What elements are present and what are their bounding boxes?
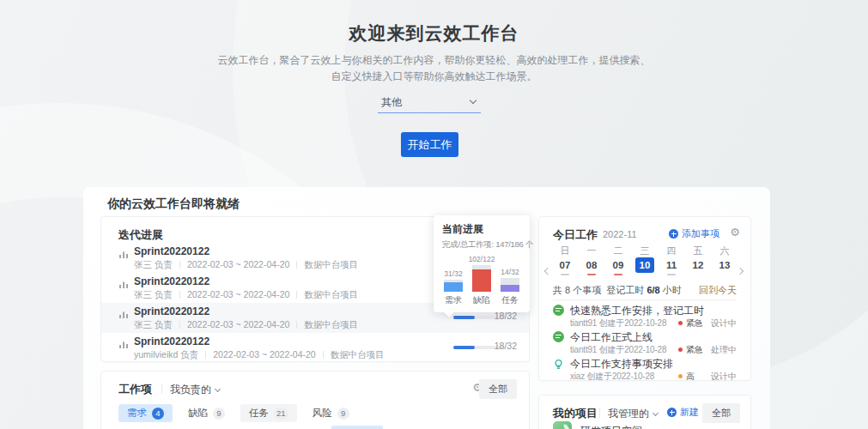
welcome-description: 云效工作台，聚合了云效上与你相关的工作内容，帮助你更轻松、高效的处理工作，提供搜… <box>0 53 868 68</box>
today-summary: 共 8 个事项 登记工时 6/8 小时 <box>553 284 682 297</box>
sprint-name[interactable]: Sprint20220122 <box>134 275 209 287</box>
today-item[interactable]: 今日工作正式上线 tiantt91 创建于2022-10-28 紧急 处理中 <box>539 330 750 356</box>
date-cell[interactable]: 07 <box>555 257 575 275</box>
tab-defects[interactable]: 缺陷9 <box>179 404 234 422</box>
project-name: 研发项目空间 <box>580 424 642 429</box>
projects-filter-dropdown[interactable]: 我管理的 <box>608 407 658 421</box>
date-cell[interactable]: 12 <box>688 257 708 275</box>
status-label: 设计中 <box>711 317 737 329</box>
today-item-meta: tiantt91 创建于2022-10-28 <box>570 344 666 356</box>
date-mark <box>667 274 676 275</box>
date-mark <box>587 274 596 275</box>
category-select-value: 其他 <box>381 95 402 110</box>
sprint-icon <box>118 278 129 293</box>
project-row[interactable]: 研发项目空间 <box>553 421 642 429</box>
calendar-month-label: 2022-11 <box>603 229 637 239</box>
chart-bar-tasks: 14/32 任务 <box>499 268 521 306</box>
today-item-title[interactable]: 快速熟悉工作安排，登记工时 <box>570 304 704 318</box>
task-icon <box>553 331 564 342</box>
new-project-button[interactable]: 新建 <box>667 406 699 419</box>
date-cell[interactable]: 11 <box>661 257 682 275</box>
tab-count-badge: 9 <box>337 408 349 420</box>
priority-dot <box>678 347 683 352</box>
date-mark <box>561 274 569 275</box>
gear-icon[interactable]: ⚙ <box>730 227 740 238</box>
tab-requirements[interactable]: 需求4 <box>118 404 173 422</box>
lightbulb-icon <box>553 358 564 373</box>
priority-dot <box>678 321 683 325</box>
workbench-preview-panel: 你的云效工作台即将就绪 迭代进展 Sprint20220122 张三 负责202… <box>83 187 770 429</box>
divider <box>599 408 600 418</box>
today-item[interactable]: 快速熟悉工作安排，登记工时 tiantt91 创建于2022-10-28 紧急 … <box>539 304 750 329</box>
sprint-name[interactable]: Sprint20220122 <box>134 335 209 347</box>
priority-label: 紧急 <box>678 344 703 356</box>
divider <box>553 299 737 300</box>
start-work-button[interactable]: 开始工作 <box>401 132 458 157</box>
date-mark <box>640 274 649 275</box>
sprint-name[interactable]: Sprint20220122 <box>134 245 209 257</box>
today-item-title[interactable]: 今日工作正式上线 <box>570 330 653 345</box>
welcome-description: 自定义快捷入口等帮助你高效触达工作场景。 <box>0 69 868 84</box>
chart-bar-defects: 102/122 缺陷 <box>470 255 493 306</box>
date-mark <box>614 274 622 275</box>
today-item[interactable]: 今日工作支持事项安排 xiaz 创建于2022-10-28 高 设计中 <box>539 357 750 383</box>
task-icon <box>553 305 564 316</box>
sprint-meta: yumilvieikd 负责2022-02-03 ~ 2022-04-20数据中… <box>134 349 385 361</box>
calendar-dates: 07 08 09 10 11 12 13 <box>555 257 735 275</box>
tab-count-badge: 21 <box>274 408 288 420</box>
date-cell-selected[interactable]: 10 <box>634 257 655 275</box>
add-item-button[interactable]: 添加事项 <box>669 227 719 240</box>
sprint-icon <box>118 308 129 323</box>
popover-summary: 完成/总工作项: 147/186 个 <box>442 239 521 251</box>
work-items-all-button[interactable]: 全部 <box>479 379 517 399</box>
iteration-row[interactable]: Sprint20220122 yumilvieikd 负责2022-02-03 … <box>101 333 529 363</box>
today-item-title[interactable]: 今日工作支持事项安排 <box>570 357 673 372</box>
calendar-prev-button[interactable] <box>545 262 552 269</box>
work-items-card: 工作项 我负责的 ⚙ 全部 需求4 缺陷9 任务21 风险9 工作台支持每日工作… <box>100 371 530 429</box>
category-select[interactable]: 其他 <box>378 93 481 113</box>
tab-count-badge: 9 <box>213 408 225 420</box>
card-title: 迭代进展 <box>118 227 163 243</box>
project-avatar <box>553 421 572 429</box>
date-cell[interactable]: 08 <box>581 257 602 275</box>
card-title: 今日工作 <box>553 227 598 243</box>
chevron-down-icon <box>653 410 659 416</box>
card-title: 我的项目 <box>553 406 598 421</box>
today-work-card: 今日工作 2022-11 添加事项 ⚙ 日一二三四五六 07 08 09 10 … <box>538 216 751 381</box>
plus-circle-icon <box>669 229 678 239</box>
date-cell[interactable]: 09 <box>608 257 628 275</box>
work-items-filter-dropdown[interactable]: 我负责的 <box>170 383 220 397</box>
sprint-name[interactable]: Sprint20220122 <box>134 305 209 317</box>
current-progress-popover: 当前进展 完成/总工作项: 147/186 个 31/32 需求 102/122… <box>434 215 530 312</box>
calendar-weekdays: 日一二三四五六 <box>555 245 735 257</box>
date-cell[interactable]: 13 <box>714 257 735 275</box>
sprint-meta: 张三 负责2022-02-03 ~ 2022-04-20数据中台项目 <box>134 289 358 301</box>
popover-title: 当前进展 <box>442 222 521 237</box>
calendar-next-button[interactable] <box>737 262 744 269</box>
chevron-down-icon <box>215 386 221 392</box>
my-projects-card: 我的项目 我管理的 新建 全部 研发项目空间 <box>538 395 751 429</box>
date-mark <box>720 274 729 275</box>
plus-circle-icon <box>667 408 677 417</box>
progress-label: 18/32 <box>495 341 517 351</box>
status-label: 处理中 <box>711 344 737 356</box>
page-title: 欢迎来到云效工作台 <box>0 21 868 45</box>
sprint-meta: 张三 负责2022-02-03 ~ 2022-04-20数据中台项目 <box>134 259 358 271</box>
chevron-down-icon <box>470 97 476 104</box>
tab-tasks[interactable]: 任务21 <box>240 404 297 422</box>
tab-count-badge: 4 <box>152 408 164 420</box>
panel-title: 你的云效工作台即将就绪 <box>107 196 240 212</box>
status-dropdown[interactable]: 待处理 <box>331 426 383 429</box>
priority-label: 紧急 <box>678 317 703 329</box>
sprint-meta: 张三 负责2022-02-03 ~ 2022-04-20数据中台项目 <box>134 319 358 331</box>
progress-bar-chart: 31/32 需求 102/122 缺陷 14/32 任务 <box>442 255 521 306</box>
priority-label: 高 <box>678 371 695 383</box>
back-to-today-link[interactable]: 回到今天 <box>699 284 737 297</box>
tab-risks[interactable]: 风险9 <box>304 404 358 422</box>
projects-all-button[interactable]: 全部 <box>702 403 740 423</box>
sprint-icon <box>118 248 129 263</box>
today-item-meta: xiaz 创建于2022-10-28 <box>570 371 654 383</box>
chart-bar-requirements: 31/32 需求 <box>442 269 464 306</box>
priority-dot <box>678 374 683 378</box>
status-label: 设计中 <box>711 371 737 383</box>
